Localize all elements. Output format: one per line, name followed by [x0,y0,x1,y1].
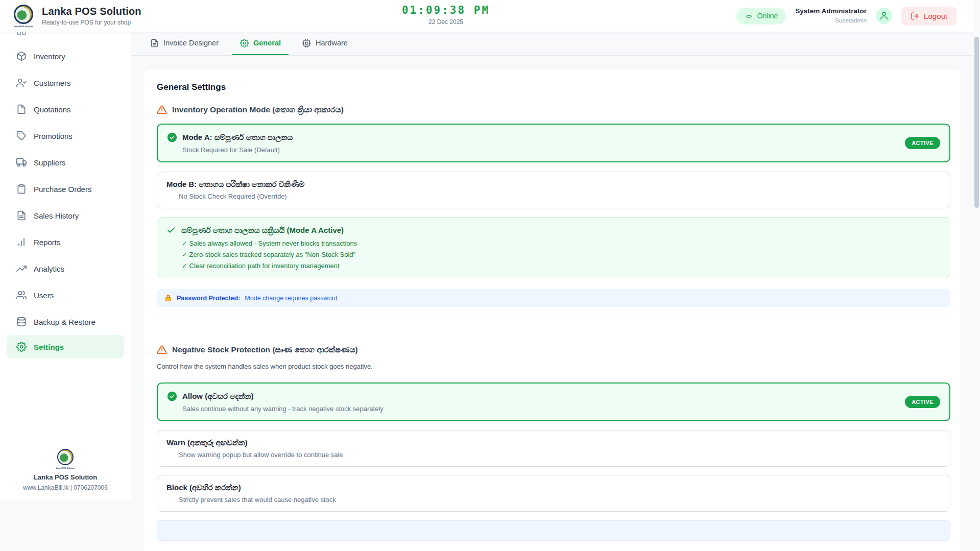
sidebar-item-label: Sales History [34,211,79,220]
main-content: Invoice Designer General Hardware Genera… [131,32,980,551]
clock-time: 01:09:38 PM [402,4,490,16]
tab-label: Invoice Designer [163,39,219,47]
tab-hardware[interactable]: Hardware [295,32,355,55]
check-icon [166,226,176,235]
warn-option[interactable]: Warn (අනතුරු අඟවන්න) Show warning popup … [157,430,950,467]
app-logo-caption: LankaPOS Solution [14,25,33,28]
user-info: System Administrator Superadmin [795,7,867,24]
allow-option[interactable]: Allow (අවසර දෙන්න) Sales continue withou… [157,382,950,421]
sidebar-item-suppliers[interactable]: Suppliers [0,149,131,176]
footer-logo-caption: LankaPOS Solution [0,467,131,469]
tab-invoice-designer[interactable]: Invoice Designer [142,32,226,55]
online-label: Online [757,12,778,20]
sidebar-item-label: Backup & Restore [34,318,95,326]
brand: LankaPOS Solution Lanka POS Solution Rea… [0,4,141,28]
option-title: Warn (අනතුරු අඟවන්න) [166,438,247,447]
sidebar-item-users[interactable]: Users [0,282,131,308]
option-title: Mode B: තොගය පරීක්ෂා නොකර විකිණීම [166,180,304,189]
option-subtitle: Stock Required for Sale (Default) [182,146,940,154]
gear-icon [240,39,249,47]
logout-label: Logout [924,12,947,20]
box-icon [16,51,27,61]
sidebar-nav: Inventory Customers Quotations Promotion… [0,43,131,358]
sidebar-item-promotions[interactable]: Promotions [0,123,131,149]
sidebar-clipped-item [0,32,131,38]
sidebar-item-label: Customers [34,79,71,87]
user-icon [879,11,889,20]
negative-stock-heading: Negative Stock Protection (සෘණ තොග ආරක්ෂ… [157,345,950,355]
status-title: සම්පූර්ණ තොග පාලනය සක්‍රියයි (Mode A Act… [181,226,344,235]
section-heading-label: Inventory Operation Mode (තොග ක්‍රියා ආක… [172,105,344,114]
truck-icon [16,157,27,167]
scrollbar-thumb[interactable] [974,37,979,208]
file-text-icon [16,210,27,221]
page-scrollbar-track[interactable] [973,0,980,551]
mode-status-panel: සම්පූර්ණ තොග පාලනය සක්‍රියයි (Mode A Act… [157,217,950,277]
option-title: Allow (අවසර දෙන්න) [182,392,253,401]
status-point: ✓ Zero-stock sales tracked separately as… [182,251,941,258]
footer-contact: www.LankaBill.lk | 0706207006 [0,484,131,491]
option-subtitle: Show warning popup but allow override to… [179,451,941,459]
sidebar-item-inventory[interactable]: Inventory [0,43,131,69]
block-option[interactable]: Block (අවහිර කරන්න) Strictly prevent sal… [157,475,950,512]
check-circle-icon [167,132,177,142]
option-title: Block (අවහිර කරන්න) [166,483,241,492]
sidebar-item-label: Quotations [34,105,71,114]
sidebar-item-reports[interactable]: Reports [0,229,131,255]
sidebar-item-quotations[interactable]: Quotations [0,96,131,123]
note-bold-label: Password Protected: [177,295,240,302]
logout-icon [911,12,919,20]
mode-a-option[interactable]: Mode A: සම්පූර්ණ තොග පාලනය Stock Require… [157,124,950,162]
user-role: Superadmin [795,17,867,24]
option-subtitle: Strictly prevent sales that would cause … [179,496,941,504]
sidebar-item-analytics[interactable]: Analytics [0,255,131,282]
clock-date: 22 Dec 2025 [402,18,490,26]
sidebar-item-settings[interactable]: Settings [7,335,124,358]
inventory-mode-heading: Inventory Operation Mode (තොග ක්‍රියා ආක… [157,105,950,115]
file-text-icon [150,39,159,47]
password-protected-note: Password Protected: Mode change requires… [157,289,950,307]
avatar[interactable] [876,8,892,24]
sidebar-item-label: Promotions [34,132,73,140]
general-settings-card: General Settings Inventory Operation Mod… [144,69,961,551]
active-badge: ACTIVE [905,137,940,149]
clipboard-icon [16,184,27,194]
tab-general[interactable]: General [232,32,289,55]
sidebar-item-sales-history[interactable]: Sales History [0,202,131,229]
online-status-badge: Online [736,8,786,25]
users-icon [16,290,27,300]
sidebar-item-backup-restore[interactable]: Backup & Restore [0,308,131,335]
sidebar-item-label: Suppliers [34,158,66,167]
database-icon [16,317,27,327]
settings-scroll-area: General Settings Inventory Operation Mod… [131,56,980,551]
sidebar: Inventory Customers Quotations Promotion… [0,32,131,499]
active-badge: ACTIVE [905,396,940,408]
footer-brand: Lanka POS Solution [0,473,131,481]
clock: 01:09:38 PM 22 Dec 2025 [402,4,490,26]
trending-up-icon [16,263,27,274]
bar-chart-icon [16,237,27,247]
tab-label: General [253,39,281,47]
warning-triangle-icon [157,105,167,115]
tag-icon [16,131,27,141]
option-subtitle: No Stock Check Required (Override) [179,193,941,200]
sidebar-item-label: Inventory [34,52,65,61]
sidebar-item-label: Users [34,291,54,300]
sidebar-item-customers[interactable]: Customers [0,69,131,96]
section-heading-label: Negative Stock Protection (සෘණ තොග ආරක්ෂ… [172,345,358,354]
page-title: General Settings [157,82,950,92]
footer-logo-icon [57,449,74,465]
cpu-icon [302,39,311,47]
app-header: LankaPOS Solution Lanka POS Solution Rea… [0,0,980,32]
status-point: ✓ Sales always allowed - System never bl… [182,239,941,247]
sidebar-footer: LankaPOS Solution Lanka POS Solution www… [0,449,131,499]
section-description: Control how the system handles sales whe… [157,363,950,370]
user-name: System Administrator [795,7,867,16]
clipped-note-bar [157,520,950,541]
check-circle-icon [167,391,177,401]
app-title: Lanka POS Solution [42,6,141,17]
logout-button[interactable]: Logout [901,7,957,26]
sidebar-item-label: Settings [34,343,64,351]
sidebar-item-purchase-orders[interactable]: Purchase Orders [0,176,131,202]
mode-b-option[interactable]: Mode B: තොගය පරීක්ෂා නොකර විකිණීම No Sto… [157,172,950,208]
